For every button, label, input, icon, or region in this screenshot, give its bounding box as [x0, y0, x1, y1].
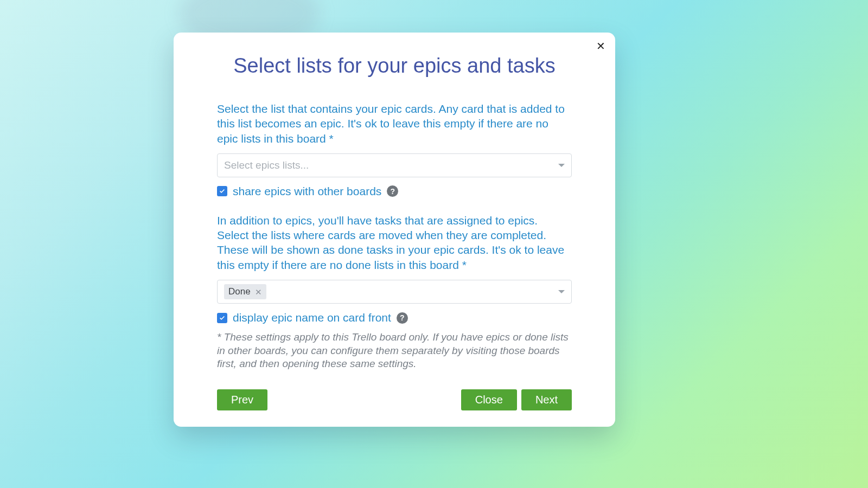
next-button[interactable]: Next — [521, 389, 572, 410]
done-list-label: In addition to epics, you'll have tasks … — [217, 213, 572, 272]
help-icon[interactable]: ? — [397, 312, 408, 324]
share-epics-label: share epics with other boards — [233, 185, 381, 198]
chevron-down-icon — [558, 164, 565, 167]
share-epics-checkbox[interactable] — [217, 186, 227, 196]
remove-tag-icon[interactable]: ✕ — [255, 288, 262, 296]
help-icon[interactable]: ? — [387, 185, 398, 197]
footnote-text: * These settings apply to this Trello bo… — [217, 331, 572, 371]
close-button[interactable]: Close — [461, 389, 517, 410]
epic-list-label: Select the list that contains your epic … — [217, 101, 572, 146]
done-tag-label: Done — [228, 286, 251, 297]
display-name-label: display epic name on card front — [233, 311, 391, 324]
display-name-row: display epic name on card front ? — [217, 311, 572, 324]
epic-lists-placeholder: Select epics lists... — [224, 159, 309, 171]
chevron-down-icon — [558, 290, 565, 293]
right-buttons: Close Next — [461, 389, 572, 410]
modal-select-lists: ✕ Select lists for your epics and tasks … — [174, 33, 615, 427]
share-epics-row: share epics with other boards ? — [217, 185, 572, 198]
epic-lists-select[interactable]: Select epics lists... — [217, 153, 572, 177]
modal-title: Select lists for your epics and tasks — [217, 54, 572, 78]
close-icon[interactable]: ✕ — [595, 40, 607, 52]
prev-button[interactable]: Prev — [217, 389, 267, 410]
display-name-checkbox[interactable] — [217, 313, 227, 323]
done-lists-select[interactable]: Done ✕ — [217, 280, 572, 304]
button-row: Prev Close Next — [217, 389, 572, 410]
done-tag-chip: Done ✕ — [224, 284, 266, 299]
